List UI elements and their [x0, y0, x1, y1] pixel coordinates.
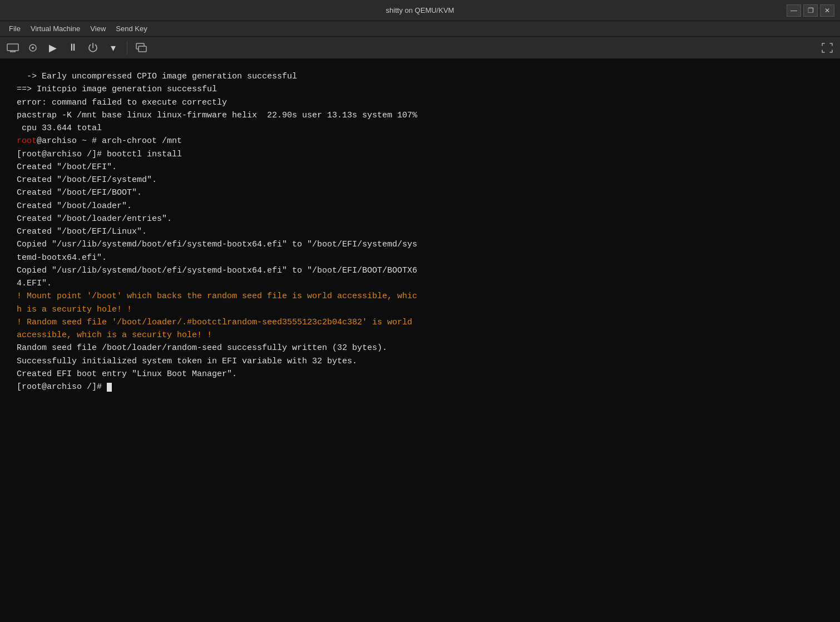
- close-button[interactable]: ✕: [820, 4, 834, 17]
- menu-send-key[interactable]: Send Key: [111, 23, 151, 34]
- maximize-button[interactable]: ❐: [803, 4, 818, 17]
- terminal-line: Created "/boot/EFI/Linux".: [17, 225, 823, 238]
- terminal-line: Created "/boot/loader/entries".: [17, 213, 823, 225]
- fullscreen-button[interactable]: [819, 40, 836, 56]
- terminal-line: Random seed file /boot/loader/random-see…: [17, 342, 823, 354]
- terminal-line: error: command failed to execute correct…: [17, 96, 823, 109]
- minimize-button[interactable]: —: [787, 4, 801, 17]
- terminal-line: Successfully initialized system token in…: [17, 355, 823, 368]
- toolbar-separator: [127, 41, 127, 55]
- bullet-button[interactable]: [24, 40, 41, 56]
- terminal-last-prompt: [root@archiso /]#: [17, 381, 823, 393]
- display-button[interactable]: [4, 40, 21, 56]
- terminal-line: Created "/boot/EFI".: [17, 161, 823, 174]
- terminal-warning-line: accessible, which is a security hole! !: [17, 329, 823, 342]
- terminal-line: Copied "/usr/lib/systemd/boot/efi/system…: [17, 238, 823, 251]
- menubar: File Virtual Machine View Send Key: [0, 21, 840, 37]
- window-controls: — ❐ ✕: [787, 4, 834, 17]
- terminal-line: Copied "/usr/lib/systemd/boot/efi/system…: [17, 264, 823, 277]
- copy-display-button[interactable]: [133, 40, 150, 56]
- window-title: shitty on QEMU/KVM: [386, 6, 454, 14]
- terminal-line: pacstrap -K /mnt base linux linux-firmwa…: [17, 109, 823, 122]
- terminal-warning-line: ! Random seed file '/boot/loader/.#bootc…: [17, 316, 823, 329]
- terminal-line: Created "/boot/EFI/systemd".: [17, 174, 823, 186]
- terminal-line: temd-bootx64.efi".: [17, 251, 823, 264]
- svg-rect-7: [139, 46, 146, 52]
- terminal-prompt-line: root@archiso ~ # arch-chroot /mnt: [17, 135, 823, 147]
- chevron-down-button[interactable]: ▾: [105, 40, 121, 56]
- terminal-line: Created "/boot/loader".: [17, 200, 823, 213]
- terminal-output: -> Early uncompressed CPIO image generat…: [0, 59, 840, 622]
- terminal-line: cpu 33.644 total: [17, 122, 823, 135]
- menu-file[interactable]: File: [4, 23, 25, 34]
- terminal-line: Created "/boot/EFI/BOOT".: [17, 186, 823, 199]
- toolbar: ▶ ⏸ ▾: [0, 37, 840, 59]
- terminal-line: -> Early uncompressed CPIO image generat…: [17, 70, 823, 83]
- menu-virtual-machine[interactable]: Virtual Machine: [26, 23, 85, 34]
- prompt-root: root: [17, 136, 37, 146]
- cursor-blink: [107, 383, 112, 392]
- power-button[interactable]: [85, 40, 101, 56]
- terminal-line: [root@archiso /]# bootctl install: [17, 148, 823, 161]
- terminal-warning-line: ! Mount point '/boot' which backs the ra…: [17, 290, 823, 303]
- play-button[interactable]: ▶: [45, 40, 61, 56]
- svg-point-5: [32, 47, 34, 49]
- menu-view[interactable]: View: [86, 23, 110, 34]
- prompt-rest: @archiso ~ # arch-chroot /mnt: [37, 136, 182, 146]
- terminal-line: 4.EFI".: [17, 277, 823, 290]
- svg-rect-0: [7, 44, 18, 51]
- titlebar: shitty on QEMU/KVM — ❐ ✕: [0, 0, 840, 21]
- terminal-warning-line: h is a security hole! !: [17, 303, 823, 316]
- pause-button[interactable]: ⏸: [65, 40, 81, 56]
- terminal-line: Created EFI boot entry "Linux Boot Manag…: [17, 368, 823, 381]
- terminal-line: ==> Initcpio image generation successful: [17, 83, 823, 96]
